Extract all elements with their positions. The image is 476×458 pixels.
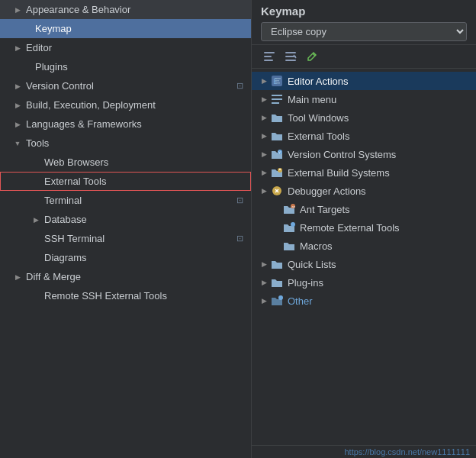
tree-item-external-tools[interactable]: ▶ External Tools <box>252 127 476 145</box>
sidebar-badge: ⊡ <box>236 81 243 91</box>
svg-rect-2 <box>264 60 273 61</box>
sidebar-label: Version Control <box>26 80 94 92</box>
sidebar-item-diff[interactable]: Diff & Merge <box>0 267 251 286</box>
tree-item-label: Editor Actions <box>288 76 470 87</box>
tree-item-vcs[interactable]: ▶ v Version Control Systems <box>252 145 476 163</box>
tree-item-label: Version Control Systems <box>288 149 470 160</box>
folder-icon <box>270 257 284 271</box>
tree-item-label: Other <box>288 295 470 307</box>
tree-item-label: Macros <box>300 240 470 252</box>
tree-item-debugger[interactable]: ▶ Debugger Actions <box>252 182 476 200</box>
toolbar-btn-2[interactable] <box>282 48 299 65</box>
sidebar-item-plugins[interactable]: Plugins <box>0 57 251 76</box>
arrow-icon <box>12 272 23 282</box>
toolbar-btn-1[interactable] <box>261 48 278 65</box>
sidebar-badge: ⊡ <box>236 234 243 244</box>
sidebar-item-ssh[interactable]: SSH Terminal ⊡ <box>0 229 251 248</box>
sidebar: Appearance & Behavior Keymap Editor Plug… <box>0 0 252 458</box>
panel-header: Keymap Eclipse copy <box>252 0 476 45</box>
arrow-icon <box>12 138 23 149</box>
watermark: https://blog.csdn.net/new1111111 <box>252 445 476 458</box>
toolbar-btn-edit[interactable] <box>304 48 320 65</box>
tree-arrow-icon: ▶ <box>258 297 270 305</box>
tree-arrow-icon: ▶ <box>258 187 270 195</box>
sidebar-item-keymap[interactable]: Keymap <box>0 19 251 38</box>
svg-rect-3 <box>285 52 296 53</box>
right-panel: Keymap Eclipse copy <box>252 0 476 458</box>
tree-arrow-icon: ▶ <box>258 150 270 158</box>
arrow-icon <box>12 81 23 92</box>
sidebar-label: Database <box>44 214 87 225</box>
tree-item-label: External Build Systems <box>288 167 470 179</box>
sidebar-label: Web Browsers <box>44 156 108 168</box>
sidebar-item-build[interactable]: Build, Execution, Deployment <box>0 95 251 114</box>
tree-item-label: Debugger Actions <box>288 185 470 197</box>
sidebar-item-editor[interactable]: Editor <box>0 38 251 57</box>
tree-item-label: Quick Lists <box>288 259 470 270</box>
sidebar-label: Terminal <box>44 195 82 206</box>
tree-arrow-icon: ▶ <box>258 114 270 121</box>
svg-rect-1 <box>264 56 272 57</box>
tree-item-label: External Tools <box>288 131 470 142</box>
tree-item-ant[interactable]: ▶ ant Ant Targets <box>252 200 476 218</box>
svg-rect-10 <box>275 80 279 82</box>
sidebar-label: Diff & Merge <box>26 271 81 282</box>
ant-icon: ant <box>282 202 296 216</box>
sidebar-badge: ⊡ <box>236 195 243 205</box>
svg-point-22 <box>278 295 283 300</box>
remote-ext-icon <box>282 221 296 234</box>
sidebar-label: Build, Execution, Deployment <box>26 99 156 111</box>
tree-item-remote-ext[interactable]: ▶ Remote External Tools <box>252 218 476 237</box>
sidebar-item-remote-ssh[interactable]: Remote SSH External Tools <box>0 286 251 305</box>
sidebar-item-terminal[interactable]: Terminal ⊡ <box>0 191 251 210</box>
tree-arrow-icon: ▶ <box>258 77 270 85</box>
svg-text:ant: ant <box>292 205 296 208</box>
folder-icon <box>270 276 284 289</box>
sidebar-item-languages[interactable]: Languages & Frameworks <box>0 114 251 134</box>
sidebar-item-tools[interactable]: Tools <box>0 134 251 153</box>
vcs-icon: v <box>270 147 284 161</box>
folder-icon <box>270 129 284 143</box>
sidebar-label: Remote SSH External Tools <box>44 290 167 302</box>
tree-item-label: Tool Windows <box>288 112 470 124</box>
tree-item-plugins[interactable]: ▶ Plug-ins <box>252 273 476 292</box>
sidebar-item-diagrams[interactable]: Diagrams <box>0 248 251 267</box>
tree-item-ext-build[interactable]: ▶ External Build Systems <box>252 163 476 182</box>
sidebar-label: External Tools <box>44 176 106 187</box>
tree-item-other[interactable]: ▶ Other <box>252 292 476 310</box>
main-menu-icon <box>270 92 284 106</box>
arrow-icon <box>31 214 41 225</box>
sidebar-item-database[interactable]: Database <box>0 210 251 229</box>
main-container: Appearance & Behavior Keymap Editor Plug… <box>0 0 476 458</box>
tree-arrow-icon: ▶ <box>258 132 270 140</box>
sidebar-item-version-control[interactable]: Version Control ⊡ <box>0 76 251 95</box>
tree-arrow-icon: ▶ <box>258 95 270 103</box>
build-icon <box>270 166 284 179</box>
tree-item-editor-actions[interactable]: ▶ E Editor Actions <box>252 72 476 90</box>
tree-item-quick-lists[interactable]: ▶ Quick Lists <box>252 255 476 273</box>
svg-rect-14 <box>272 102 279 104</box>
svg-text:v: v <box>278 150 281 154</box>
sidebar-item-web-browsers[interactable]: Web Browsers <box>0 153 251 172</box>
tree-item-label: Ant Targets <box>300 204 470 215</box>
other-icon <box>270 294 284 308</box>
tree-item-label: Plug-ins <box>288 277 470 289</box>
svg-rect-13 <box>272 98 282 100</box>
keymap-select[interactable]: Eclipse copy <box>261 22 467 41</box>
sidebar-item-external-tools[interactable]: External Tools <box>0 172 251 191</box>
svg-point-21 <box>291 222 295 227</box>
tree-arrow-icon: ▶ <box>258 169 270 176</box>
arrow-icon <box>12 100 23 111</box>
tree-area: ▶ E Editor Actions ▶ <box>252 69 476 445</box>
tree-item-main-menu[interactable]: ▶ Main menu <box>252 90 476 108</box>
sidebar-label: Editor <box>26 42 52 53</box>
toolbar <box>252 45 476 69</box>
editor-actions-icon: E <box>270 74 284 88</box>
tree-arrow-icon: ▶ <box>258 279 270 286</box>
arrow-icon <box>12 43 23 53</box>
folder-icon <box>282 239 296 253</box>
tree-item-tool-windows[interactable]: ▶ Tool Windows <box>252 108 476 127</box>
sidebar-item-appearance[interactable]: Appearance & Behavior <box>0 0 251 19</box>
tree-item-macros[interactable]: ▶ Macros <box>252 237 476 255</box>
arrow-icon <box>12 5 23 15</box>
